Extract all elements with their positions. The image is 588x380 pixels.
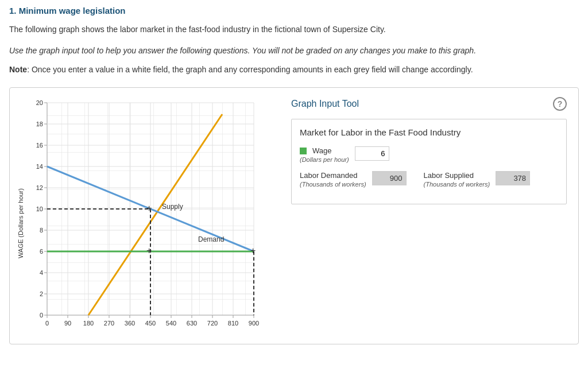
svg-text:0: 0: [40, 312, 43, 319]
demand-label: Demand: [198, 235, 224, 243]
svg-text:90: 90: [64, 320, 71, 327]
wage-row: Wage (Dollars per hour): [300, 146, 558, 163]
svg-text:0: 0: [45, 320, 49, 327]
labor-demanded-input[interactable]: [372, 171, 407, 185]
main-panel: WAGE (Dollars per hour) 0 2 4 6: [9, 87, 579, 344]
svg-text:270: 270: [104, 320, 114, 327]
labor-supplied-sublabel: (Thousands of workers): [424, 181, 490, 188]
svg-text:360: 360: [125, 320, 135, 327]
graph-input-tool-title: Graph Input Tool: [291, 99, 359, 109]
wage-label: Wage: [312, 146, 331, 155]
svg-text:720: 720: [207, 320, 218, 327]
labor-demanded-sublabel: (Thousands of workers): [300, 181, 366, 188]
crosshair-green-right: +: [250, 246, 256, 255]
x-axis: 0 90 180 270 360 450 540 630 720 810 900: [45, 315, 259, 327]
labor-supplied-group: Labor Supplied (Thousands of workers): [424, 171, 490, 188]
svg-text:810: 810: [228, 320, 238, 327]
wage-sublabel: (Dollars per hour): [300, 156, 349, 163]
svg-text:8: 8: [40, 227, 43, 234]
wage-label-row: Wage: [300, 146, 349, 155]
svg-text:14: 14: [36, 163, 43, 170]
supply-label: Supply: [162, 203, 183, 211]
svg-text:450: 450: [145, 320, 156, 327]
labor-demanded-group: Labor Demanded (Thousands of workers): [300, 171, 366, 188]
svg-text:20: 20: [36, 99, 43, 106]
labor-supplied-input[interactable]: [496, 171, 530, 185]
right-panel: Graph Input Tool ? Market for Labor in t…: [285, 97, 572, 338]
graph-input-tool-header: Graph Input Tool ?: [291, 97, 567, 111]
labor-row: Labor Demanded (Thousands of workers) La…: [300, 171, 558, 188]
svg-text:630: 630: [187, 320, 197, 327]
chart-area: WAGE (Dollars per hour) 0 2 4 6: [16, 97, 280, 338]
description: The following graph shows the labor mark…: [9, 24, 579, 36]
labor-demanded-label: Labor Demanded: [300, 171, 366, 180]
svg-text:6: 6: [40, 248, 43, 255]
market-box-title: Market for Labor in the Fast Food Indust…: [300, 127, 558, 137]
labor-supplied-label: Labor Supplied: [424, 171, 490, 180]
wage-input[interactable]: [355, 146, 389, 161]
note-label: Note: [9, 65, 27, 74]
svg-text:2: 2: [40, 290, 43, 297]
svg-text:540: 540: [166, 320, 176, 327]
note: Note: Once you enter a value in a white …: [9, 64, 579, 76]
note-text: : Once you enter a value in a white fiel…: [27, 65, 473, 74]
svg-text:180: 180: [83, 320, 94, 327]
help-button[interactable]: ?: [553, 97, 567, 111]
svg-text:900: 900: [249, 320, 259, 327]
svg-text:10: 10: [36, 205, 43, 212]
wage-color-indicator: [300, 148, 307, 154]
y-axis-label: WAGE (Dollars per hour): [17, 188, 24, 258]
chart-svg: WAGE (Dollars per hour) 0 2 4 6: [16, 97, 280, 338]
svg-text:18: 18: [36, 121, 43, 127]
svg-text:12: 12: [36, 184, 43, 191]
svg-text:4: 4: [40, 269, 43, 276]
svg-text:16: 16: [36, 142, 43, 149]
market-box: Market for Labor in the Fast Food Indust…: [291, 119, 567, 204]
wage-group: Wage (Dollars per hour): [300, 146, 349, 163]
instruction: Use the graph input tool to help you ans…: [9, 45, 579, 57]
page-title: 1. Minimum wage legislation: [9, 6, 579, 15]
